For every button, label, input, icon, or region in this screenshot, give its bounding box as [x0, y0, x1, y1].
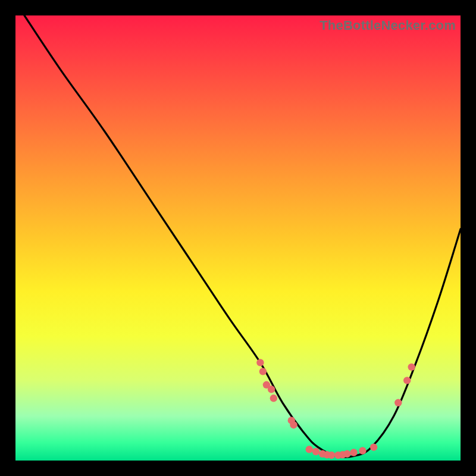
bottleneck-curve [24, 15, 461, 458]
data-point [268, 386, 275, 393]
data-point [259, 368, 267, 375]
curve-layer [15, 15, 461, 461]
data-point [312, 448, 320, 455]
data-point [328, 452, 335, 459]
data-point [359, 447, 366, 454]
data-point [343, 450, 350, 458]
data-point [350, 449, 357, 456]
data-point [306, 446, 313, 453]
data-point [270, 394, 277, 402]
data-point [370, 443, 377, 450]
data-point [256, 359, 264, 366]
data-point [408, 364, 415, 371]
chart-frame: TheBottleNecker.com [0, 0, 476, 476]
data-point [403, 377, 411, 384]
plot-area: TheBottleNecker.com [15, 15, 461, 461]
data-points [256, 359, 415, 459]
data-point [290, 421, 297, 428]
data-point [394, 399, 402, 406]
